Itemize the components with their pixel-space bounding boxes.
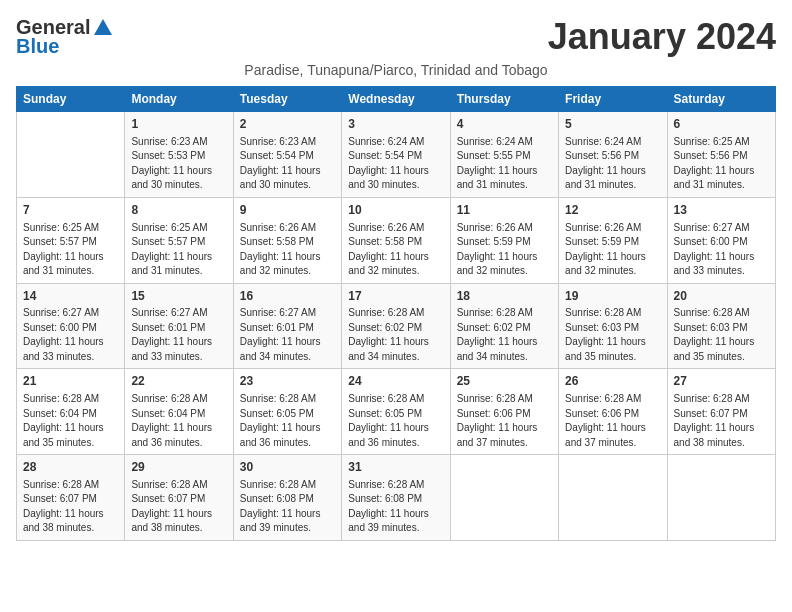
calendar-day-cell: 7Sunrise: 6:25 AMSunset: 5:57 PMDaylight… — [17, 197, 125, 283]
day-content: Sunrise: 6:27 AMSunset: 6:00 PMDaylight:… — [674, 221, 769, 279]
day-number: 8 — [131, 202, 226, 219]
day-number: 17 — [348, 288, 443, 305]
day-content: Sunrise: 6:28 AMSunset: 6:02 PMDaylight:… — [348, 306, 443, 364]
day-number: 4 — [457, 116, 552, 133]
day-number: 16 — [240, 288, 335, 305]
calendar-day-cell: 12Sunrise: 6:26 AMSunset: 5:59 PMDayligh… — [559, 197, 667, 283]
day-number: 31 — [348, 459, 443, 476]
calendar-week-row: 21Sunrise: 6:28 AMSunset: 6:04 PMDayligh… — [17, 369, 776, 455]
day-number: 23 — [240, 373, 335, 390]
calendar-day-cell: 2Sunrise: 6:23 AMSunset: 5:54 PMDaylight… — [233, 112, 341, 198]
day-content: Sunrise: 6:28 AMSunset: 6:06 PMDaylight:… — [457, 392, 552, 450]
day-number: 30 — [240, 459, 335, 476]
calendar-day-cell — [667, 455, 775, 541]
calendar-day-cell: 14Sunrise: 6:27 AMSunset: 6:00 PMDayligh… — [17, 283, 125, 369]
day-number: 24 — [348, 373, 443, 390]
calendar-header-cell: Friday — [559, 87, 667, 112]
day-content: Sunrise: 6:27 AMSunset: 6:00 PMDaylight:… — [23, 306, 118, 364]
svg-marker-0 — [94, 19, 112, 35]
calendar-day-cell: 25Sunrise: 6:28 AMSunset: 6:06 PMDayligh… — [450, 369, 558, 455]
day-number: 10 — [348, 202, 443, 219]
calendar-subtitle: Paradise, Tunapuna/Piarco, Trinidad and … — [16, 62, 776, 78]
calendar-day-cell: 18Sunrise: 6:28 AMSunset: 6:02 PMDayligh… — [450, 283, 558, 369]
day-content: Sunrise: 6:28 AMSunset: 6:08 PMDaylight:… — [348, 478, 443, 536]
calendar-day-cell: 3Sunrise: 6:24 AMSunset: 5:54 PMDaylight… — [342, 112, 450, 198]
day-number: 13 — [674, 202, 769, 219]
day-number: 15 — [131, 288, 226, 305]
calendar-header-cell: Saturday — [667, 87, 775, 112]
day-number: 12 — [565, 202, 660, 219]
day-content: Sunrise: 6:24 AMSunset: 5:56 PMDaylight:… — [565, 135, 660, 193]
day-number: 6 — [674, 116, 769, 133]
calendar-day-cell: 22Sunrise: 6:28 AMSunset: 6:04 PMDayligh… — [125, 369, 233, 455]
calendar-day-cell: 29Sunrise: 6:28 AMSunset: 6:07 PMDayligh… — [125, 455, 233, 541]
calendar-week-row: 1Sunrise: 6:23 AMSunset: 5:53 PMDaylight… — [17, 112, 776, 198]
calendar-header-cell: Thursday — [450, 87, 558, 112]
logo-icon — [92, 17, 114, 39]
day-number: 9 — [240, 202, 335, 219]
day-content: Sunrise: 6:26 AMSunset: 5:58 PMDaylight:… — [348, 221, 443, 279]
day-content: Sunrise: 6:26 AMSunset: 5:59 PMDaylight:… — [457, 221, 552, 279]
calendar-day-cell: 19Sunrise: 6:28 AMSunset: 6:03 PMDayligh… — [559, 283, 667, 369]
calendar-header-row: SundayMondayTuesdayWednesdayThursdayFrid… — [17, 87, 776, 112]
day-content: Sunrise: 6:24 AMSunset: 5:55 PMDaylight:… — [457, 135, 552, 193]
day-content: Sunrise: 6:24 AMSunset: 5:54 PMDaylight:… — [348, 135, 443, 193]
day-content: Sunrise: 6:25 AMSunset: 5:57 PMDaylight:… — [131, 221, 226, 279]
day-number: 14 — [23, 288, 118, 305]
day-number: 29 — [131, 459, 226, 476]
page-header: General Blue January 2024 — [16, 16, 776, 58]
day-content: Sunrise: 6:28 AMSunset: 6:05 PMDaylight:… — [348, 392, 443, 450]
calendar-week-row: 14Sunrise: 6:27 AMSunset: 6:00 PMDayligh… — [17, 283, 776, 369]
day-content: Sunrise: 6:28 AMSunset: 6:04 PMDaylight:… — [131, 392, 226, 450]
calendar-week-row: 28Sunrise: 6:28 AMSunset: 6:07 PMDayligh… — [17, 455, 776, 541]
calendar-day-cell: 17Sunrise: 6:28 AMSunset: 6:02 PMDayligh… — [342, 283, 450, 369]
day-number: 21 — [23, 373, 118, 390]
calendar-table: SundayMondayTuesdayWednesdayThursdayFrid… — [16, 86, 776, 541]
day-content: Sunrise: 6:28 AMSunset: 6:06 PMDaylight:… — [565, 392, 660, 450]
calendar-day-cell: 28Sunrise: 6:28 AMSunset: 6:07 PMDayligh… — [17, 455, 125, 541]
day-content: Sunrise: 6:28 AMSunset: 6:02 PMDaylight:… — [457, 306, 552, 364]
day-number: 11 — [457, 202, 552, 219]
calendar-header-cell: Wednesday — [342, 87, 450, 112]
calendar-day-cell: 15Sunrise: 6:27 AMSunset: 6:01 PMDayligh… — [125, 283, 233, 369]
day-content: Sunrise: 6:26 AMSunset: 5:58 PMDaylight:… — [240, 221, 335, 279]
day-number: 5 — [565, 116, 660, 133]
day-content: Sunrise: 6:28 AMSunset: 6:03 PMDaylight:… — [674, 306, 769, 364]
calendar-day-cell: 27Sunrise: 6:28 AMSunset: 6:07 PMDayligh… — [667, 369, 775, 455]
calendar-day-cell: 5Sunrise: 6:24 AMSunset: 5:56 PMDaylight… — [559, 112, 667, 198]
calendar-week-row: 7Sunrise: 6:25 AMSunset: 5:57 PMDaylight… — [17, 197, 776, 283]
day-content: Sunrise: 6:28 AMSunset: 6:04 PMDaylight:… — [23, 392, 118, 450]
calendar-body: 1Sunrise: 6:23 AMSunset: 5:53 PMDaylight… — [17, 112, 776, 541]
day-number: 1 — [131, 116, 226, 133]
day-number: 7 — [23, 202, 118, 219]
calendar-day-cell — [559, 455, 667, 541]
day-content: Sunrise: 6:28 AMSunset: 6:07 PMDaylight:… — [131, 478, 226, 536]
calendar-day-cell: 24Sunrise: 6:28 AMSunset: 6:05 PMDayligh… — [342, 369, 450, 455]
calendar-header-cell: Monday — [125, 87, 233, 112]
day-content: Sunrise: 6:23 AMSunset: 5:53 PMDaylight:… — [131, 135, 226, 193]
calendar-day-cell: 21Sunrise: 6:28 AMSunset: 6:04 PMDayligh… — [17, 369, 125, 455]
day-number: 26 — [565, 373, 660, 390]
calendar-day-cell — [17, 112, 125, 198]
calendar-day-cell: 31Sunrise: 6:28 AMSunset: 6:08 PMDayligh… — [342, 455, 450, 541]
calendar-day-cell: 8Sunrise: 6:25 AMSunset: 5:57 PMDaylight… — [125, 197, 233, 283]
day-number: 25 — [457, 373, 552, 390]
day-content: Sunrise: 6:28 AMSunset: 6:05 PMDaylight:… — [240, 392, 335, 450]
calendar-day-cell — [450, 455, 558, 541]
day-number: 22 — [131, 373, 226, 390]
day-number: 2 — [240, 116, 335, 133]
day-number: 27 — [674, 373, 769, 390]
day-content: Sunrise: 6:23 AMSunset: 5:54 PMDaylight:… — [240, 135, 335, 193]
day-content: Sunrise: 6:28 AMSunset: 6:07 PMDaylight:… — [23, 478, 118, 536]
calendar-day-cell: 20Sunrise: 6:28 AMSunset: 6:03 PMDayligh… — [667, 283, 775, 369]
month-title: January 2024 — [548, 16, 776, 58]
calendar-day-cell: 23Sunrise: 6:28 AMSunset: 6:05 PMDayligh… — [233, 369, 341, 455]
day-content: Sunrise: 6:27 AMSunset: 6:01 PMDaylight:… — [131, 306, 226, 364]
day-content: Sunrise: 6:27 AMSunset: 6:01 PMDaylight:… — [240, 306, 335, 364]
calendar-day-cell: 4Sunrise: 6:24 AMSunset: 5:55 PMDaylight… — [450, 112, 558, 198]
calendar-header-cell: Tuesday — [233, 87, 341, 112]
calendar-day-cell: 16Sunrise: 6:27 AMSunset: 6:01 PMDayligh… — [233, 283, 341, 369]
calendar-day-cell: 26Sunrise: 6:28 AMSunset: 6:06 PMDayligh… — [559, 369, 667, 455]
calendar-day-cell: 6Sunrise: 6:25 AMSunset: 5:56 PMDaylight… — [667, 112, 775, 198]
day-content: Sunrise: 6:28 AMSunset: 6:03 PMDaylight:… — [565, 306, 660, 364]
